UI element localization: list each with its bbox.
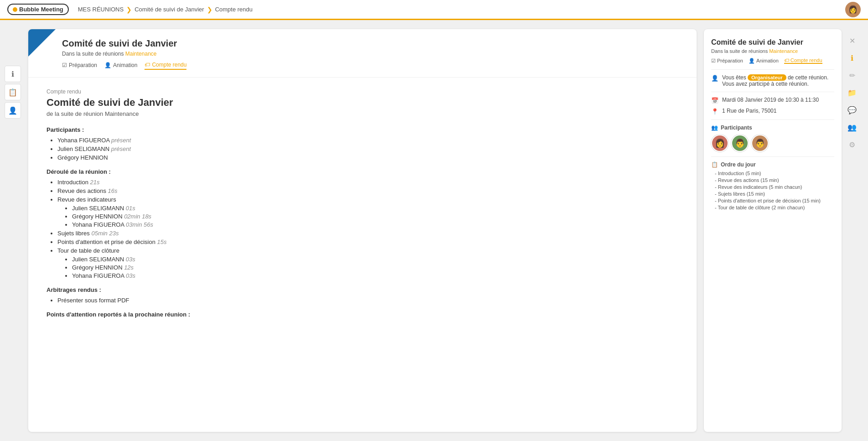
info-icon[interactable]: ℹ bbox=[845, 51, 859, 65]
right-subtitle-text: Dans la suite de réunions bbox=[711, 48, 768, 54]
avatar-1: 👩 bbox=[711, 135, 728, 152]
content-card: Comité de suivi de Janvier Dans la suite… bbox=[28, 29, 697, 432]
agenda-item: - Sujets libres (15 min) bbox=[715, 191, 834, 197]
participants-section-label: 👥 Participants bbox=[711, 125, 834, 131]
participants-label-text: Participants bbox=[721, 125, 752, 131]
card-suite-link[interactable]: Maintenance bbox=[125, 51, 157, 57]
participants-list: Yohana FIGUEROA présent Julien SELIGMANN… bbox=[46, 137, 678, 161]
timing: 12s bbox=[124, 264, 134, 271]
order-icon: 📋 bbox=[711, 161, 718, 168]
timing: 02min 18s bbox=[124, 213, 151, 220]
card-header-content: Comité de suivi de Janvier Dans la suite… bbox=[62, 38, 186, 70]
info-btn[interactable]: ℹ bbox=[5, 66, 21, 82]
list-item: Points d'attention et prise de décision … bbox=[57, 239, 678, 245]
right-panel-tabs: ☑ Préparation 👤 Animation 🏷 Compte rendu bbox=[711, 57, 834, 64]
list-item: Présenter sous format PDF bbox=[57, 297, 678, 304]
list-item: Introduction 21s bbox=[57, 179, 678, 186]
main-layout: ℹ 📋 👤 Comité de suivi de Janvier Dans la… bbox=[0, 20, 868, 441]
right-anim-icon: 👤 bbox=[749, 58, 755, 64]
divider-4 bbox=[711, 156, 834, 157]
share-btn[interactable]: 👤 bbox=[5, 102, 21, 119]
right-panel-subtitle: Dans la suite de réunions Maintenance bbox=[711, 48, 834, 54]
list-item: Sujets libres 05min 23s bbox=[57, 230, 678, 237]
divider-1 bbox=[711, 69, 834, 70]
breadcrumb-comite[interactable]: Comité de suivi de Janvier bbox=[134, 6, 204, 13]
list-item: Julien SELIGMANN 03s bbox=[72, 256, 678, 263]
card-tabs: ☑ Préparation 👤 Animation 🏷 Compte rendu bbox=[62, 61, 186, 70]
divider-2 bbox=[711, 92, 834, 92]
chat-icon[interactable]: 💬 bbox=[845, 103, 859, 117]
agenda-item: - Points d'attention et prise de décisio… bbox=[715, 198, 834, 203]
app-logo[interactable]: Bubble Meeting bbox=[7, 4, 69, 15]
section-label: Compte rendu bbox=[46, 88, 678, 95]
tab-compte-rendu[interactable]: 🏷 Compte rendu bbox=[145, 61, 186, 70]
close-icon[interactable]: ✕ bbox=[845, 34, 859, 47]
tab-animation-label: Animation bbox=[113, 62, 137, 68]
edit-icon[interactable]: ✏ bbox=[845, 68, 859, 82]
timing: 15s bbox=[157, 239, 167, 245]
right-cr-label: Compte rendu bbox=[790, 57, 822, 63]
header-triangle bbox=[28, 29, 56, 57]
participants-icon: 👥 bbox=[711, 125, 718, 131]
animation-tab-icon: 👤 bbox=[104, 62, 111, 68]
notes-btn[interactable]: 📋 bbox=[5, 84, 21, 100]
participants-heading: Participants : bbox=[46, 126, 678, 133]
list-item: Julien SELIGMANN 01s bbox=[72, 205, 678, 212]
breadcrumb-compte-rendu[interactable]: Compte rendu bbox=[215, 6, 253, 13]
avatar-3: 👨 bbox=[751, 135, 769, 152]
right-tab-animation[interactable]: 👤 Animation bbox=[749, 58, 779, 64]
card-header: Comité de suivi de Janvier Dans la suite… bbox=[28, 29, 697, 78]
agenda-list: Introduction 21s Revue des actions 16s R… bbox=[46, 179, 678, 279]
right-tab-compte-rendu[interactable]: 🏷 Compte rendu bbox=[784, 57, 822, 64]
settings-icon[interactable]: ⚙ bbox=[845, 138, 859, 151]
person-icon: 👤 bbox=[711, 75, 718, 82]
tab-preparation[interactable]: ☑ Préparation bbox=[62, 61, 97, 69]
participants-avatars: 👩 👨 👨 bbox=[711, 135, 834, 152]
tab-animation[interactable]: 👤 Animation bbox=[104, 61, 137, 69]
card-subtitle: Dans la suite de réunions Maintenance bbox=[62, 51, 186, 57]
right-suite-link[interactable]: Maintenance bbox=[769, 48, 798, 54]
right-cr-icon: 🏷 bbox=[784, 57, 789, 63]
app-name: Bubble Meeting bbox=[19, 6, 63, 13]
tab-preparation-label: Préparation bbox=[69, 62, 97, 68]
timing: 03s bbox=[126, 256, 135, 263]
list-item: Revue des actions 16s bbox=[57, 187, 678, 194]
arbitrages-heading: Arbitrages rendus : bbox=[46, 286, 678, 293]
participant-status: présent bbox=[111, 137, 131, 144]
left-sidebar: ℹ 📋 👤 bbox=[5, 29, 21, 432]
date-row: 📅 Mardi 08 Janvier 2019 de 10:30 à 11:30 bbox=[711, 97, 834, 104]
date-text: Mardi 08 Janvier 2019 de 10:30 à 11:30 bbox=[722, 97, 819, 103]
points-heading: Points d'attention reportés à la prochai… bbox=[46, 311, 678, 318]
right-panel: Comité de suivi de Janvier Dans la suite… bbox=[704, 29, 842, 432]
avatar-2: 👨 bbox=[731, 135, 749, 152]
agenda-item: - Tour de table de clôture (2 min chacun… bbox=[715, 205, 834, 210]
breadcrumb: MES RÉUNIONS ❯ Comité de suivi de Janvie… bbox=[78, 6, 253, 13]
timing: 03s bbox=[126, 272, 135, 279]
deroulement-heading: Déroulé de la réunion : bbox=[46, 168, 678, 175]
organizer-suffix: de cette réunion. bbox=[788, 74, 828, 81]
content-body: Compte rendu Comité de suivi de Janvier … bbox=[28, 78, 697, 332]
agenda-item: - Introduction (5 min) bbox=[715, 171, 834, 176]
breadcrumb-mes-reunions[interactable]: MES RÉUNIONS bbox=[78, 6, 124, 13]
order-section-label: 📋 Ordre du jour bbox=[711, 161, 834, 168]
list-item: Yohana FIGUEROA présent bbox=[57, 137, 678, 144]
avatar[interactable]: 👩 bbox=[845, 2, 861, 17]
nested-list: Julien SELIGMANN 01s Grégory HENNION 02m… bbox=[57, 205, 678, 228]
timing: 21s bbox=[90, 179, 100, 186]
right-tab-preparation[interactable]: ☑ Préparation bbox=[711, 58, 743, 64]
list-item: Grégory HENNION bbox=[57, 154, 678, 161]
organizer-row: 👤 Vous êtes Organisateur de cette réunio… bbox=[711, 74, 834, 87]
list-item: Julien SELIGMANN présent bbox=[57, 145, 678, 152]
users-icon[interactable]: 👥 bbox=[845, 120, 859, 134]
folder-icon[interactable]: 📁 bbox=[845, 86, 859, 99]
list-item: Yohana FIGUEROA 03min 56s bbox=[72, 221, 678, 228]
organizer-info: Vous êtes Organisateur de cette réunion.… bbox=[722, 74, 828, 87]
participation-text: Vous avez participé à cette réunion. bbox=[722, 81, 809, 87]
location-icon: 📍 bbox=[711, 108, 718, 115]
arbitrages-list: Présenter sous format PDF bbox=[46, 297, 678, 304]
timing: 01s bbox=[126, 205, 135, 212]
divider-3 bbox=[711, 119, 834, 120]
card-title: Comité de suivi de Janvier bbox=[62, 38, 186, 49]
meeting-subtitle: de la suite de réunion Maintenance bbox=[46, 110, 678, 117]
location-row: 📍 1 Rue de Paris, 75001 bbox=[711, 108, 834, 115]
